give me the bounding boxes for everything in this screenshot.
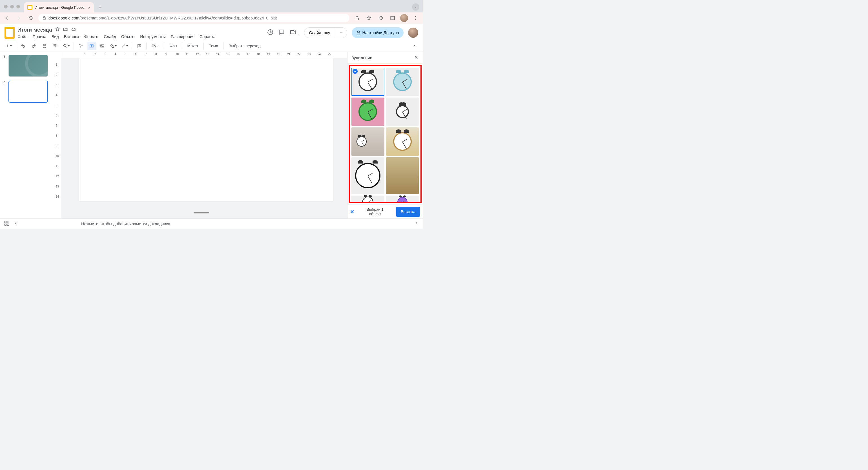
- share-page-button[interactable]: [353, 14, 361, 22]
- browser-tab-active[interactable]: Итоги месяца - Google Презе ×: [24, 2, 94, 12]
- slide-canvas[interactable]: [79, 58, 333, 201]
- zoom-icon: [63, 44, 67, 48]
- tabs-overflow-button[interactable]: [412, 3, 420, 11]
- zoom-button[interactable]: [62, 42, 71, 50]
- svg-point-4: [415, 19, 416, 20]
- star-icon: [366, 16, 371, 21]
- menu-insert[interactable]: Вставка: [64, 34, 79, 39]
- doc-title[interactable]: Итоги месяца: [18, 27, 52, 33]
- image-icon: [100, 44, 104, 48]
- account-avatar[interactable]: [408, 28, 418, 38]
- undo-button[interactable]: [19, 42, 27, 50]
- select-tool[interactable]: [76, 42, 85, 50]
- meet-button[interactable]: [289, 29, 300, 37]
- result-poster-vintage[interactable]: [386, 157, 419, 194]
- search-query[interactable]: будильник: [351, 55, 372, 60]
- speaker-notes-placeholder[interactable]: Нажмите, чтобы добавить заметки докладчи…: [22, 222, 410, 226]
- menu-edit[interactable]: Правка: [33, 34, 46, 39]
- transition-button[interactable]: Выбрать переход: [226, 42, 262, 50]
- nav-reload-button[interactable]: [27, 14, 35, 22]
- menu-object[interactable]: Объект: [121, 34, 135, 39]
- menu-view[interactable]: Вид: [52, 34, 59, 39]
- comments-button[interactable]: [278, 29, 285, 37]
- url-box[interactable]: docs.google.com/presentation/d/1-qp78zwC…: [38, 14, 349, 22]
- result-alarm-small-black[interactable]: [386, 97, 419, 126]
- menu-file[interactable]: Файл: [18, 34, 28, 39]
- menu-tools[interactable]: Инструменты: [140, 34, 165, 39]
- close-tab-icon[interactable]: ×: [88, 5, 90, 10]
- chevron-left-icon: [13, 221, 18, 226]
- slide-canvas-area: 1 2 3 4 5 6 7 8 9 10 11 12 13 14 1 2 3 4: [55, 52, 347, 218]
- close-panel-button[interactable]: [414, 55, 419, 61]
- arrow-left-icon: [4, 15, 10, 21]
- result-alarm-room[interactable]: [351, 127, 384, 156]
- svg-point-2: [415, 16, 416, 17]
- selection-count: Выбран 1 объект: [357, 207, 394, 216]
- menu-slide[interactable]: Слайд: [104, 34, 116, 39]
- result-alarm-green[interactable]: [351, 97, 384, 126]
- nav-back-button[interactable]: [3, 14, 11, 22]
- result-alarm-teal[interactable]: [386, 68, 419, 96]
- line-tool[interactable]: [120, 42, 129, 50]
- sidepanel-button[interactable]: [389, 14, 397, 22]
- background-button[interactable]: Фон: [167, 42, 179, 50]
- svg-point-3: [415, 18, 416, 19]
- layout-button[interactable]: Макет: [185, 42, 201, 50]
- selected-check-icon: [352, 69, 358, 74]
- textbox-tool[interactable]: [87, 42, 96, 50]
- result-alarm-purple[interactable]: [386, 196, 419, 203]
- print-button[interactable]: [40, 42, 49, 50]
- extensions-button[interactable]: [376, 14, 385, 22]
- version-history-button[interactable]: [267, 29, 274, 37]
- redo-button[interactable]: [30, 42, 38, 50]
- traffic-min[interactable]: [10, 5, 14, 8]
- move-doc-button[interactable]: [63, 27, 68, 33]
- traffic-close[interactable]: [4, 5, 8, 8]
- svg-rect-12: [7, 221, 9, 223]
- menu-extensions[interactable]: Расширения: [171, 34, 194, 39]
- bookmark-button[interactable]: [365, 14, 373, 22]
- menu-format[interactable]: Формат: [84, 34, 99, 39]
- result-alarm-partial[interactable]: [351, 196, 384, 203]
- nav-forward-button[interactable]: [14, 14, 23, 22]
- kebab-icon: [413, 16, 418, 21]
- sidepanel-toggle-button[interactable]: [414, 221, 419, 227]
- theme-button[interactable]: Тема: [207, 42, 220, 50]
- paint-format-button[interactable]: [51, 42, 59, 50]
- close-icon: [414, 55, 419, 60]
- shape-tool[interactable]: [109, 42, 118, 50]
- slideshow-dropdown[interactable]: [335, 28, 347, 38]
- new-tab-button[interactable]: +: [96, 3, 104, 12]
- notes-drag-handle[interactable]: [194, 212, 209, 213]
- slides-logo-icon[interactable]: [4, 27, 14, 39]
- chevron-down-icon: [297, 33, 300, 35]
- slide-thumb-1[interactable]: [8, 55, 48, 77]
- browser-menu-button[interactable]: [411, 14, 420, 22]
- slide-thumb-2[interactable]: [8, 81, 48, 102]
- result-alarm-black[interactable]: [351, 68, 384, 96]
- menu-help[interactable]: Справка: [199, 34, 216, 39]
- result-alarm-lineart[interactable]: [351, 157, 384, 194]
- star-doc-button[interactable]: [55, 27, 60, 33]
- explore-button[interactable]: [4, 221, 9, 227]
- toolbar-collapse-button[interactable]: [410, 42, 419, 50]
- result-alarm-wood[interactable]: [386, 127, 419, 156]
- cloud-status-button[interactable]: [71, 27, 76, 33]
- new-slide-button[interactable]: [4, 42, 13, 50]
- svg-point-9: [111, 44, 113, 46]
- clear-selection-button[interactable]: ×: [350, 208, 354, 215]
- slideshow-button[interactable]: Слайд-шоу: [304, 28, 335, 38]
- insert-button[interactable]: Вставка: [396, 207, 420, 217]
- script-label[interactable]: Ру: [149, 42, 161, 50]
- browser-profile-avatar[interactable]: [400, 14, 408, 22]
- filmstrip-toggle-button[interactable]: [13, 221, 18, 227]
- image-tool[interactable]: [98, 42, 106, 50]
- comment-plus-icon: [137, 44, 142, 48]
- star-outline-icon: [55, 27, 60, 32]
- search-footer: × Выбран 1 объект Вставка: [347, 204, 423, 218]
- comment-add-button[interactable]: [135, 42, 144, 50]
- traffic-max[interactable]: [17, 5, 20, 8]
- svg-rect-7: [101, 45, 104, 47]
- lock-icon: [42, 16, 46, 20]
- share-button[interactable]: Настройки Доступа: [352, 27, 404, 38]
